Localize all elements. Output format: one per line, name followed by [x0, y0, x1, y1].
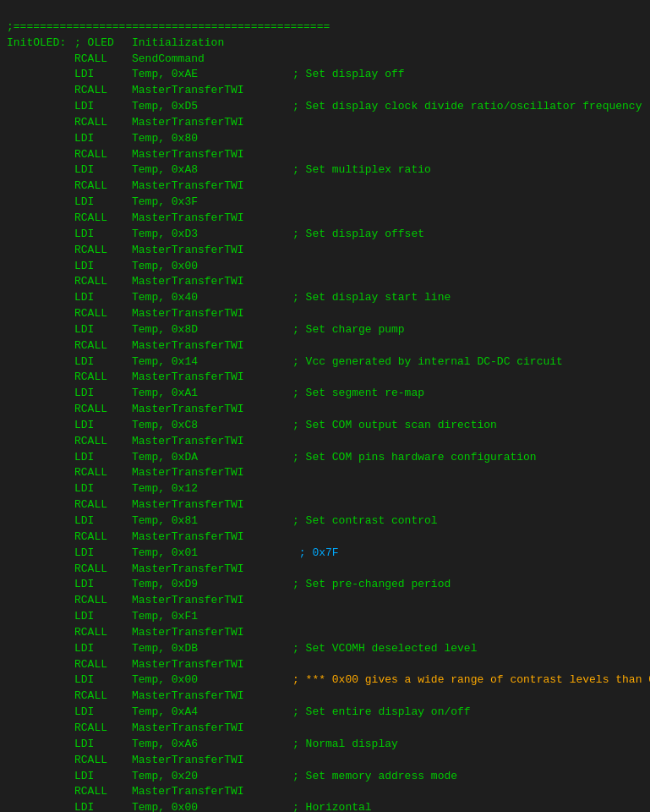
code-operand: SendCommand	[132, 52, 292, 68]
code-instruction: RCALL	[74, 306, 132, 322]
code-operand: Temp, 0xF1	[132, 609, 292, 625]
code-instruction: LDI	[74, 577, 132, 593]
code-instruction: LDI	[74, 737, 132, 753]
code-line: LDITemp, 0x01 ; 0x7F	[7, 546, 643, 562]
code-line: RCALLMasterTransferTWI	[7, 306, 643, 322]
code-operand: MasterTransferTWI	[132, 370, 292, 386]
code-operand: MasterTransferTWI	[132, 402, 292, 418]
code-line: RCALLMasterTransferTWI	[7, 243, 643, 259]
code-line: InitOLED:; OLEDInitialization	[7, 36, 643, 52]
code-instruction: RCALL	[74, 402, 132, 418]
code-operand: Temp, 0x12	[132, 481, 292, 497]
code-operand: MasterTransferTWI	[132, 243, 292, 259]
code-instruction: RCALL	[74, 753, 132, 769]
code-comment: ; Set display offset	[292, 227, 424, 243]
code-comment: ; *** 0x00 gives a wide range of contras…	[292, 672, 650, 689]
code-operand: MasterTransferTWI	[132, 497, 292, 513]
code-operand: MasterTransferTWI	[132, 657, 292, 673]
code-operand: Temp, 0xA6	[132, 737, 292, 753]
code-line: RCALLMasterTransferTWI	[7, 753, 643, 769]
code-comment: ; Set display off	[292, 67, 405, 83]
code-label: InitOLED:	[7, 36, 74, 52]
code-line: LDITemp, 0xD9; Set pre-changed period	[7, 577, 643, 593]
code-instruction: LDI	[74, 131, 132, 147]
code-line: RCALLMasterTransferTWI	[7, 529, 643, 546]
code-operand: MasterTransferTWI	[132, 83, 292, 99]
code-comment: ; Set pre-changed period	[292, 577, 451, 593]
code-comment: ; Set display start line	[292, 290, 451, 306]
code-instruction: LDI	[74, 195, 132, 211]
code-operand: Temp, 0x81	[132, 513, 292, 529]
code-instruction: RCALL	[74, 243, 132, 259]
code-instruction: RCALL	[74, 465, 132, 481]
code-line: LDITemp, 0x80	[7, 131, 643, 147]
code-operand: MasterTransferTWI	[132, 465, 292, 481]
code-instruction: LDI	[74, 227, 132, 243]
code-line: RCALLMasterTransferTWI	[7, 721, 643, 737]
code-operand: MasterTransferTWI	[132, 529, 292, 546]
code-comment: ; Set COM output scan direction	[292, 418, 497, 434]
code-operand: MasterTransferTWI	[132, 274, 292, 290]
code-instruction: RCALL	[74, 370, 132, 386]
code-instruction: LDI	[74, 322, 132, 338]
code-operand: MasterTransferTWI	[132, 562, 292, 578]
code-instruction: LDI	[74, 769, 132, 785]
code-operand: MasterTransferTWI	[132, 689, 292, 705]
code-operand: MasterTransferTWI	[132, 625, 292, 641]
code-operand: MasterTransferTWI	[132, 211, 292, 227]
code-instruction: LDI	[74, 641, 132, 657]
code-line: LDITemp, 0x3F	[7, 195, 643, 211]
code-line: LDITemp, 0x14; Vcc generated by internal…	[7, 354, 643, 370]
code-comment: ; Horizontal	[292, 800, 372, 812]
code-instruction: LDI	[74, 705, 132, 721]
code-line: LDITemp, 0xA4; Set entire display on/off	[7, 705, 643, 721]
code-operand: Temp, 0x80	[132, 131, 292, 147]
code-operand: MasterTransferTWI	[132, 338, 292, 354]
code-line: RCALLMasterTransferTWI	[7, 593, 643, 609]
code-instruction: RCALL	[74, 147, 132, 163]
code-instruction: RCALL	[74, 593, 132, 609]
code-line: RCALLMasterTransferTWI	[7, 178, 643, 195]
code-operand: Temp, 0xD5	[132, 99, 292, 115]
code-instruction: LDI	[74, 259, 132, 275]
code-comment: ; Normal display	[292, 737, 398, 753]
code-operand: MasterTransferTWI	[132, 721, 292, 737]
code-line: RCALLMasterTransferTWI	[7, 497, 643, 513]
code-instruction: RCALL	[74, 178, 132, 195]
code-instruction: RCALL	[74, 497, 132, 513]
code-operand: Temp, 0x00	[132, 672, 292, 689]
code-instruction: LDI	[74, 386, 132, 402]
code-line: RCALLMasterTransferTWI	[7, 83, 643, 99]
code-operand: Temp, 0xDB	[132, 641, 292, 657]
code-operand: Temp, 0x01	[132, 546, 292, 562]
code-instruction: LDI	[74, 800, 132, 812]
code-comment: ; Set COM pins hardware configuration	[292, 450, 537, 466]
code-instruction: RCALL	[74, 721, 132, 737]
code-line: LDITemp, 0x20; Set memory address mode	[7, 769, 643, 785]
code-block: InitOLED:; OLEDInitializationRCALLSendCo…	[7, 36, 643, 812]
code-line: RCALLMasterTransferTWI	[7, 211, 643, 227]
code-operand: Temp, 0x20	[132, 769, 292, 785]
code-comment: ; 0x7F	[292, 546, 339, 562]
code-comment: ; Set VCOMH deselected level	[292, 641, 477, 657]
code-line: RCALLMasterTransferTWI	[7, 370, 643, 386]
code-instruction: RCALL	[74, 83, 132, 99]
code-container: ;=======================================…	[7, 3, 643, 36]
code-instruction: LDI	[74, 672, 132, 689]
code-comment: ; Set display clock divide ratio/oscilla…	[292, 99, 642, 115]
code-line: LDITemp, 0xC8; Set COM output scan direc…	[7, 418, 643, 434]
code-comment: ; Set multiplex ratio	[292, 162, 431, 178]
code-operand: Temp, 0x14	[132, 354, 292, 370]
code-line: LDITemp, 0x00	[7, 259, 643, 275]
code-operand: MasterTransferTWI	[132, 178, 292, 195]
code-line: LDITemp, 0x00; Horizontal	[7, 800, 643, 812]
code-instruction: RCALL	[74, 689, 132, 705]
code-comment: ; Set segment re-map	[292, 386, 424, 402]
code-instruction: RCALL	[74, 434, 132, 450]
code-line: LDITemp, 0xAE; Set display off	[7, 67, 643, 83]
code-instruction: LDI	[74, 609, 132, 625]
code-instruction: RCALL	[74, 657, 132, 673]
code-operand: Temp, 0xDA	[132, 450, 292, 466]
code-instruction: LDI	[74, 450, 132, 466]
code-instruction: LDI	[74, 513, 132, 529]
